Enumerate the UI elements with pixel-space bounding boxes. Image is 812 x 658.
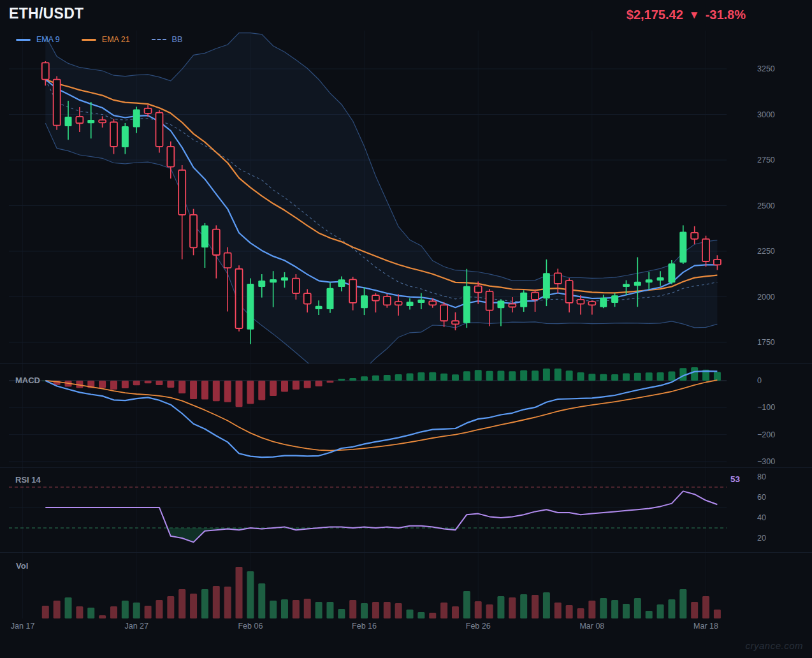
price-tick-label: 2000 — [757, 292, 775, 302]
macd-histogram-bar — [213, 381, 220, 401]
candle-body — [213, 230, 220, 255]
x-axis-label: Mar 08 — [579, 621, 604, 631]
macd-histogram-bar — [623, 374, 630, 381]
candle-body — [520, 293, 527, 307]
macd-histogram-bar — [497, 370, 504, 381]
macd-histogram-bar — [338, 379, 345, 381]
volume-bar — [213, 586, 220, 618]
macd-histogram-bar — [258, 381, 265, 400]
volume-bar — [122, 601, 129, 618]
macd-histogram-bar — [543, 369, 550, 381]
x-axis-label: Jan 27 — [124, 621, 149, 631]
volume-bar — [532, 595, 539, 618]
candle-body — [463, 286, 470, 323]
candle-body — [224, 253, 231, 268]
candle-body — [201, 225, 208, 247]
candle-body — [657, 277, 664, 281]
macd-histogram-bar — [190, 381, 197, 399]
volume-bar — [224, 587, 231, 618]
legend-item-bb[interactable]: BB — [152, 35, 183, 44]
volume-bar — [417, 612, 424, 618]
candle-body — [122, 126, 129, 147]
macd-histogram-bar — [588, 374, 595, 381]
chart-canvas[interactable] — [0, 0, 812, 658]
macd-histogram-bar — [714, 372, 721, 381]
macd-histogram-bar — [133, 381, 140, 385]
candle-body — [600, 298, 607, 307]
macd-histogram-bar — [463, 371, 470, 381]
legend-item-ema21[interactable]: EMA 21 — [82, 35, 130, 44]
candle-body — [417, 300, 424, 303]
candle-body — [611, 295, 618, 303]
macd-histogram-bar — [452, 374, 459, 381]
volume-bar — [236, 567, 243, 618]
candle-body — [497, 301, 504, 309]
volume-bar — [361, 603, 368, 618]
volume-bar — [520, 594, 527, 618]
candle-body — [702, 239, 709, 261]
volume-bar — [65, 597, 72, 618]
volume-bar — [452, 606, 459, 618]
candle-body — [236, 269, 243, 328]
volume-bar — [566, 605, 573, 618]
legend-item-ema9[interactable]: EMA 9 — [16, 35, 60, 44]
macd-histogram-bar — [122, 381, 129, 388]
volume-pane — [42, 567, 721, 618]
macd-tick-label: −200 — [757, 430, 775, 440]
macd-histogram-bar — [201, 381, 208, 399]
volume-bar — [156, 600, 163, 618]
volume-bar — [281, 599, 288, 618]
volume-bar — [509, 597, 516, 618]
legend-label-ema9: EMA 9 — [36, 35, 60, 44]
trading-chart-app: ETH/USDT $2,175.42 ▼ -31.8% EMA 9 EMA 21… — [0, 0, 812, 658]
macd-histogram-bar — [577, 372, 584, 381]
rsi-oversold-fill — [45, 491, 717, 542]
rsi-pane-label: RSI 14 — [15, 475, 41, 485]
candle-body — [270, 279, 277, 282]
candle-body — [110, 122, 117, 147]
rsi-tick-label: 20 — [757, 533, 766, 543]
macd-histogram-bar — [384, 375, 391, 381]
price-tick-label: 2500 — [757, 201, 775, 211]
candle-body — [42, 62, 49, 79]
volume-bar — [315, 602, 323, 618]
candle-body — [76, 117, 83, 123]
macd-histogram-bar — [532, 370, 539, 381]
volume-bar — [293, 600, 300, 618]
price-tick-label: 2750 — [757, 155, 775, 165]
candle-body — [668, 263, 675, 282]
macd-histogram-bar — [634, 373, 641, 381]
volume-bar — [372, 602, 379, 618]
ema9-line-swatch — [16, 39, 31, 41]
candle-body — [190, 215, 197, 247]
volume-bar — [679, 589, 686, 618]
macd-histogram-bar — [315, 381, 323, 386]
candle-body — [156, 113, 163, 147]
macd-histogram-bar — [156, 381, 163, 385]
candle-body — [577, 300, 584, 304]
macd-histogram-bar — [270, 381, 277, 396]
macd-histogram-bar — [167, 381, 174, 388]
ema21-line-swatch — [82, 39, 96, 41]
candle-body — [247, 284, 254, 330]
volume-bar — [497, 596, 504, 618]
candle-body — [532, 293, 539, 300]
macd-histogram-bar — [566, 370, 573, 381]
candle-body — [475, 286, 482, 293]
candle-body — [634, 282, 641, 286]
candle-body — [691, 233, 698, 239]
candle-body — [452, 321, 459, 324]
volume-bar — [475, 601, 482, 618]
price-tick-label: 2250 — [757, 246, 775, 256]
macd-histogram-bar — [349, 378, 356, 381]
x-axis-label: Mar 18 — [693, 621, 718, 631]
macd-histogram-bar — [657, 372, 664, 381]
macd-histogram-bar — [440, 374, 447, 381]
bb-dashed-swatch — [152, 39, 166, 40]
candle-body — [588, 302, 595, 305]
macd-signal-line — [45, 380, 717, 451]
macd-tick-label: 0 — [757, 376, 762, 386]
volume-bar — [258, 583, 265, 618]
price-tick-label: 3000 — [757, 110, 775, 120]
volume-bar — [691, 602, 698, 618]
